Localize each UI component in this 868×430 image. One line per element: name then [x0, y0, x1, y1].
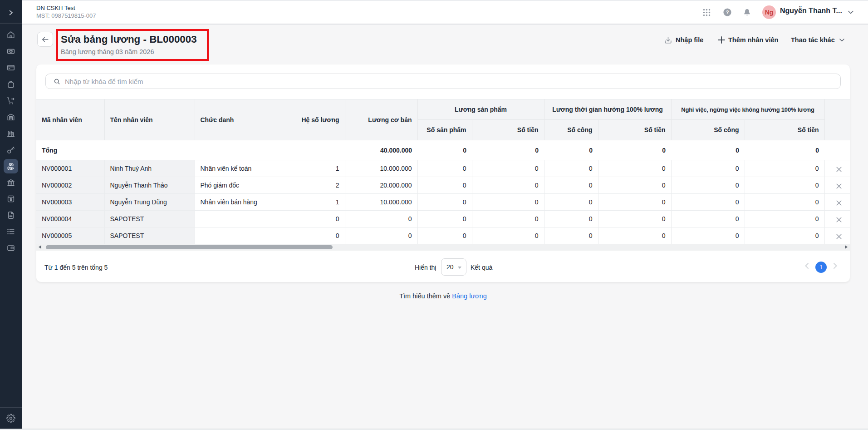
svg-text:?: ? — [726, 10, 729, 15]
